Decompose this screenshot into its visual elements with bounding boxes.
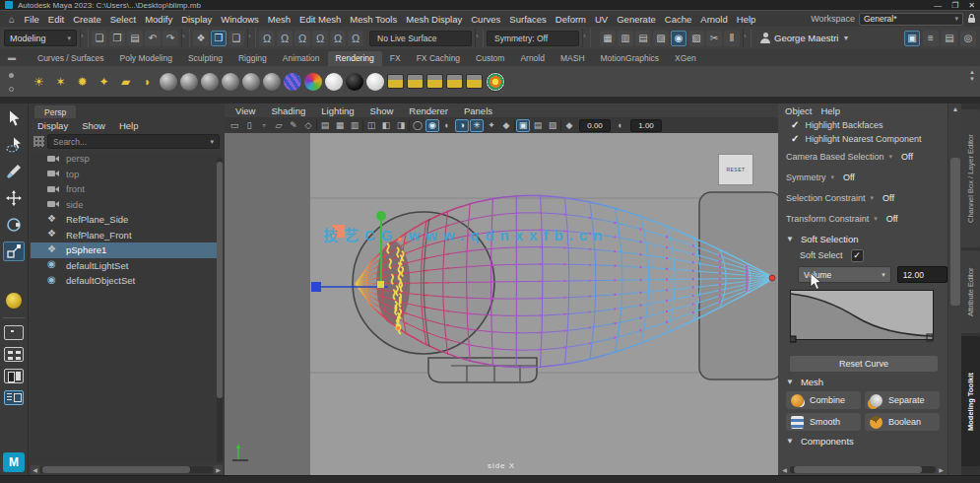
mesh-operation-button[interactable]: Separate [865,391,940,409]
outliner-menu-item[interactable]: Show [75,120,112,131]
shelf-tab[interactable]: FX [382,51,409,66]
directional-light-icon[interactable]: ✶ [51,72,70,91]
shelf-tab[interactable]: XGen [667,51,704,66]
toolkit-vertical-scrollbar[interactable]: ▲ [947,104,962,476]
menu-item[interactable]: File [20,14,43,25]
select-object-icon[interactable]: ❒ [211,31,227,46]
exposure-field[interactable]: 0.00 [579,119,611,132]
vp-div-1[interactable] [316,119,317,131]
select-hierarchy-icon[interactable]: ❖ [193,31,209,46]
outliner-item[interactable]: front [31,181,223,197]
workspace-selector[interactable]: General* ▾ [859,13,963,26]
save-scene-icon[interactable]: ▤ [127,31,143,46]
smooth-shade-icon[interactable]: ▦ [333,119,347,132]
hypershade-icon[interactable]: ▨ [653,31,669,46]
toolbar-separator[interactable] [247,29,256,47]
snap-projected-center-icon[interactable]: Ω [312,31,328,46]
menu-item[interactable]: Mesh [263,14,294,25]
toolkit-option-row[interactable]: Selection Constraint ▾ Off [778,187,947,208]
list-mode-icon[interactable] [33,136,44,147]
ambient-light-icon[interactable]: ☀ [30,72,48,91]
wireframe-icon[interactable]: ▤ [318,119,332,132]
reset-reference-label[interactable]: RESET [718,154,753,185]
menu-item[interactable]: Edit [43,14,68,25]
viewport-menu-item[interactable]: Panels [456,105,500,116]
outliner-item[interactable]: persp [31,151,223,167]
toolbar-separator[interactable] [582,29,591,47]
live-surface-field[interactable]: No Live Surface [369,31,472,46]
gamma-field[interactable]: 1.00 [630,119,662,132]
toolbar-separator[interactable] [181,29,190,47]
menu-item[interactable]: Curves [467,14,505,25]
reset-curve-button[interactable]: Reset Curve [790,356,938,372]
shelf-tab[interactable]: Sculpting [180,51,230,66]
shelf-tab[interactable]: FX Caching [409,51,468,66]
menu-item[interactable]: Mesh Display [402,14,467,25]
material-ball-4[interactable] [222,73,239,91]
shelf-tab[interactable]: MASH [553,51,593,66]
scroll-up-icon[interactable]: ▲ [948,105,962,112]
shelf-tab[interactable]: Poly Modeling [112,51,180,66]
menu-item[interactable]: Generate [613,14,661,25]
sidebar-vertical-tab[interactable]: Attribute Editor [961,250,980,333]
symmetry-field[interactable]: Symmetry: Off [487,31,579,46]
shelf-tab[interactable]: MotionGraphics [593,51,668,66]
exposure-icon[interactable]: ◆ [562,119,576,132]
render-target-icon[interactable] [486,72,505,92]
vp-div-3[interactable] [409,119,410,131]
snap-grid-icon[interactable]: Ω [259,31,275,46]
layout-four-pane-button[interactable] [4,347,24,362]
shelf-tab[interactable]: Rigging [230,51,275,66]
sidebar-vertical-tab[interactable]: Channel Box / Layer Editor [961,109,980,247]
soft-select-checkbox[interactable]: ✓ [851,249,864,262]
toolkit-checkbox-row[interactable]: ✓ Highlight Backfaces [778,118,947,132]
layout-outliner-persp-button[interactable] [4,390,24,405]
menu-item[interactable]: UV [591,14,613,25]
isolate-select-icon[interactable]: ◯ [411,119,425,132]
undo-icon[interactable]: ↶ [145,31,161,46]
viewport-canvas[interactable]: 技艺CG www.qdnxxfb.cn RESET side X [225,133,778,476]
toolkit-option-row[interactable]: Symmetry ▾ Off [778,167,947,187]
snap-point-icon[interactable]: Ω [294,31,310,46]
falloff-curve-graph[interactable] [790,290,938,347]
mesh-operation-button[interactable]: Smooth [786,413,861,431]
new-scene-icon[interactable]: ❏ [92,31,107,46]
black-shader-ball[interactable] [346,73,363,91]
viewport-menu-item[interactable]: Renderer [401,105,456,116]
material-ball-1[interactable] [160,73,177,91]
shelf-tab[interactable]: Animation [275,51,328,66]
soft-selection-header[interactable]: ▼ Soft Selection [778,229,947,247]
shadows-icon[interactable]: ◧ [379,119,393,132]
menu-item[interactable]: Surfaces [505,14,552,25]
highlighted-item-tool[interactable] [3,291,25,310]
white-shader-ball[interactable] [325,73,343,91]
open-scene-icon[interactable]: ❐ [109,31,125,46]
image-plane-icon[interactable]: ▱ [272,119,286,132]
shelf-scroll-spinner[interactable]: ▲▼ [969,69,975,82]
render-view-icon[interactable]: ▦ [600,31,616,46]
screen-space-ao-icon[interactable]: ✳ [470,119,484,132]
vp-div-4[interactable] [514,119,515,131]
lasso-tool[interactable] [3,135,25,155]
use-default-material-icon[interactable]: ◫ [364,119,378,132]
rotate-tool[interactable] [3,215,25,235]
scale-tool[interactable] [3,242,25,261]
outliner-item[interactable]: RefPlane_Side [31,212,223,228]
two-d-pan-zoom-icon[interactable]: ◇ [301,119,315,132]
spot-light-icon[interactable]: ✦ [95,72,113,91]
outliner-item[interactable]: top [31,167,223,182]
volume-light-icon[interactable]: ◗ [138,72,157,91]
channel-box-toggle-icon[interactable]: ▤ [942,31,957,46]
outliner-menu-item[interactable]: Display [31,120,75,131]
mesh-operation-button[interactable]: Boolean [865,413,940,431]
close-button[interactable]: ✕ [968,1,975,10]
toolkit-checkbox-row[interactable]: ✓ Highlight Nearest Component [778,132,947,146]
light-editor-icon[interactable]: ▧ [688,31,704,46]
home-icon[interactable]: ⌂ [4,14,20,25]
material-ball-5[interactable] [242,73,260,91]
grease-pencil-icon[interactable]: ✎ [287,119,300,132]
cut-icon[interactable]: ✂ [706,31,722,46]
outliner-horizontal-scrollbar[interactable]: ◀▶ [31,465,223,474]
layout-two-pane-button[interactable] [4,369,24,383]
toolkit-option-row[interactable]: Transform Constraint ▾ Off [778,208,947,229]
